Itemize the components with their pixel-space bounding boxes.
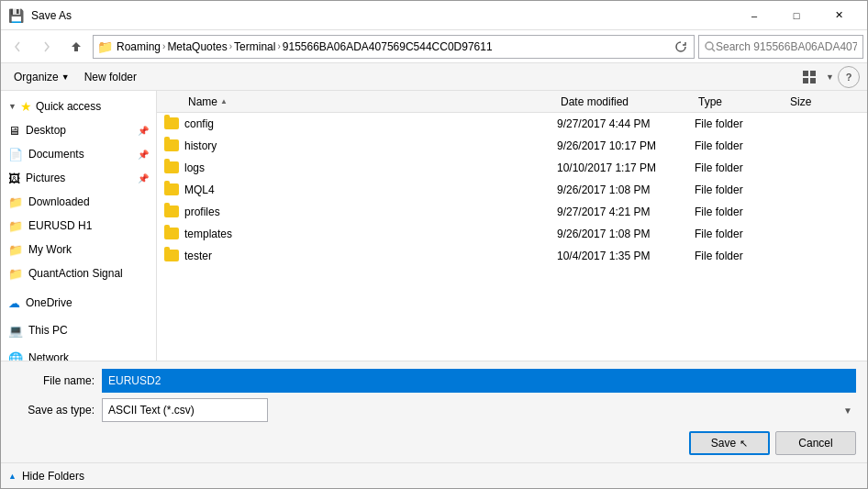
sidebar-item-quantaction[interactable]: 📁 QuantAction Signal [1, 261, 156, 285]
quick-access-chevron: ▼ [8, 102, 17, 111]
addr-roaming[interactable]: Roaming › [117, 40, 165, 53]
quick-access-header[interactable]: ▼ ★ Quick access [1, 94, 156, 118]
column-header-size[interactable]: Size [786, 95, 860, 108]
sidebar-item-thispc[interactable]: 💻 This PC [1, 318, 156, 342]
file-name: templates [184, 228, 557, 240]
hide-folders-row[interactable]: ▲ Hide Folders [1, 462, 867, 488]
file-type: File folder [695, 206, 786, 218]
sidebar-onedrive-label: OneDrive [26, 296, 149, 309]
documents-icon: 📄 [8, 148, 23, 161]
new-folder-button[interactable]: New folder [79, 66, 142, 88]
file-date: 9/27/2017 4:44 PM [557, 117, 695, 130]
main-content: ▼ ★ Quick access 🖥 Desktop 📌 📄 Documents… [1, 91, 867, 361]
minimize-button[interactable]: – [733, 1, 775, 30]
cancel-button[interactable]: Cancel [775, 431, 856, 455]
save-as-dialog: 💾 Save As – □ ✕ 📁 Roaming › [0, 0, 868, 489]
addr-sep-1: › [162, 41, 165, 51]
quick-access-star-icon: ★ [20, 99, 32, 114]
file-date: 10/4/2017 1:35 PM [557, 250, 695, 262]
network-icon: 🌐 [8, 351, 23, 361]
address-folder-icon: 📁 [97, 39, 113, 54]
filename-label: File name: [12, 374, 95, 387]
column-header-name[interactable]: Name ▲ [184, 95, 557, 108]
organize-button[interactable]: Organize ▼ [8, 66, 75, 88]
organize-label: Organize [14, 71, 59, 83]
table-row[interactable]: MQL4 9/26/2017 1:08 PM File folder [157, 179, 867, 201]
close-button[interactable]: ✕ [818, 1, 860, 30]
sidebar-mywork-label: My Work [28, 243, 149, 256]
file-rows-container: config 9/27/2017 4:44 PM File folder his… [157, 113, 867, 267]
back-button[interactable] [5, 34, 30, 60]
documents-pin-icon: 📌 [138, 150, 149, 160]
maximize-button[interactable]: □ [775, 1, 818, 30]
sidebar-item-documents[interactable]: 📄 Documents 📌 [1, 142, 156, 166]
table-row[interactable]: logs 10/10/2017 1:17 PM File folder [157, 157, 867, 179]
mywork-folder-icon: 📁 [8, 243, 23, 257]
addr-hash[interactable]: 915566BA06ADA407569C544CC0D97611 [283, 40, 493, 53]
column-header-type[interactable]: Type [695, 95, 786, 108]
addr-terminal[interactable]: Terminal › [234, 40, 281, 53]
addr-metaquotes-label: MetaQuotes [167, 40, 227, 53]
sidebar-item-onedrive[interactable]: ☁ OneDrive [1, 291, 156, 315]
sidebar-item-downloaded[interactable]: 📁 Downloaded [1, 190, 156, 214]
sidebar-quantaction-label: QuantAction Signal [28, 267, 149, 280]
pictures-icon: 🖼 [8, 172, 20, 185]
sidebar-desktop-label: Desktop [26, 124, 132, 137]
file-date: 9/26/2017 1:08 PM [557, 183, 695, 196]
file-name: logs [184, 161, 557, 174]
sidebar-eurusd-label: EURUSD H1 [28, 219, 149, 232]
table-row[interactable]: tester 10/4/2017 1:35 PM File folder [157, 245, 867, 267]
pictures-pin-icon: 📌 [138, 173, 149, 183]
file-folder-icon [164, 183, 181, 195]
svg-rect-5 [810, 78, 816, 83]
file-date: 9/27/2017 4:21 PM [557, 206, 695, 218]
filetype-label: Save as type: [12, 404, 95, 417]
save-label: Save [711, 437, 736, 450]
file-folder-icon [164, 161, 181, 173]
file-folder-icon [164, 250, 181, 261]
column-header-date[interactable]: Date modified [557, 95, 695, 108]
table-row[interactable]: templates 9/26/2017 1:08 PM File folder [157, 223, 867, 245]
hide-folders-label: Hide Folders [22, 470, 84, 483]
sidebar-item-eurusd[interactable]: 📁 EURUSD H1 [1, 214, 156, 238]
search-box[interactable] [698, 35, 863, 59]
refresh-button[interactable] [672, 38, 690, 56]
up-button[interactable] [63, 34, 89, 60]
sidebar-item-desktop[interactable]: 🖥 Desktop 📌 [1, 118, 156, 142]
save-cursor-icon: ↖ [740, 438, 748, 450]
table-row[interactable]: config 9/27/2017 4:44 PM File folder [157, 113, 867, 135]
organize-arrow-icon: ▼ [61, 72, 70, 82]
file-date: 10/10/2017 1:17 PM [557, 161, 695, 174]
sidebar-item-pictures[interactable]: 🖼 Pictures 📌 [1, 166, 156, 190]
downloaded-folder-icon: 📁 [8, 195, 23, 209]
save-button[interactable]: Save ↖ [689, 431, 770, 455]
search-input[interactable] [716, 40, 857, 53]
filetype-select[interactable]: ASCII Text (*.csv) CSV (Comma delimited)… [102, 398, 268, 422]
addr-metaquotes[interactable]: MetaQuotes › [167, 40, 232, 53]
filetype-dropdown-icon: ▼ [843, 406, 852, 416]
file-name: profiles [184, 206, 557, 218]
svg-rect-3 [810, 71, 816, 76]
addr-roaming-label: Roaming [117, 40, 161, 53]
help-button[interactable]: ? [838, 66, 860, 88]
forward-button[interactable] [34, 34, 60, 60]
table-row[interactable]: profiles 9/27/2017 4:21 PM File folder [157, 201, 867, 223]
addr-terminal-label: Terminal [234, 40, 275, 53]
view-button[interactable] [796, 66, 822, 88]
table-row[interactable]: history 9/26/2017 10:17 PM File folder [157, 135, 867, 157]
dialog-icon: 💾 [8, 8, 24, 23]
file-folder-icon [164, 139, 181, 151]
address-bar[interactable]: 📁 Roaming › MetaQuotes › Terminal › 9155… [93, 35, 695, 59]
sidebar-item-network[interactable]: 🌐 Network [1, 346, 156, 361]
quick-access-label: Quick access [36, 100, 101, 113]
sidebar-downloaded-label: Downloaded [28, 195, 149, 208]
svg-rect-4 [803, 78, 808, 83]
name-sort-icon: ▲ [220, 97, 228, 106]
sidebar: ▼ ★ Quick access 🖥 Desktop 📌 📄 Documents… [1, 91, 157, 361]
sidebar-item-mywork[interactable]: 📁 My Work [1, 238, 156, 261]
addr-hash-label: 915566BA06ADA407569C544CC0D97611 [283, 40, 493, 53]
address-toolbar: 📁 Roaming › MetaQuotes › Terminal › 9155… [1, 30, 867, 63]
filename-input[interactable] [102, 369, 856, 393]
address-parts: Roaming › MetaQuotes › Terminal › 915566… [117, 40, 668, 53]
title-bar-controls: – □ ✕ [733, 1, 860, 30]
